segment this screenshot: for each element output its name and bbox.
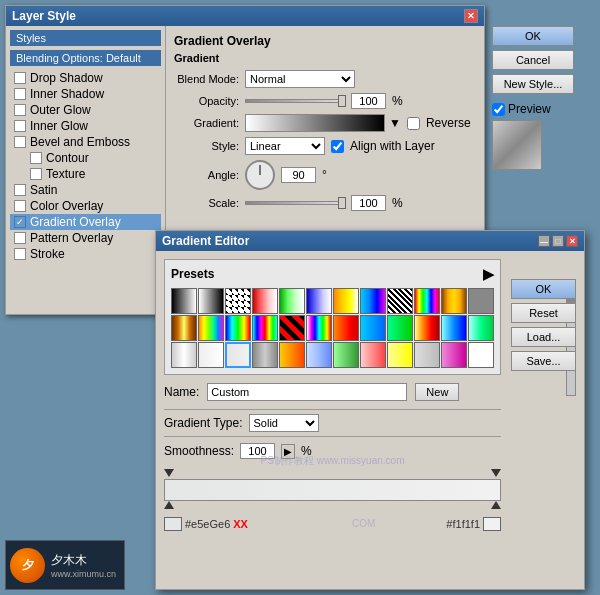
angle-dial[interactable] (245, 160, 275, 190)
gradient-preview[interactable] (245, 114, 385, 132)
preset-multi2[interactable] (198, 315, 224, 341)
sidebar-item-texture[interactable]: Texture (10, 166, 161, 182)
preset-silver[interactable] (171, 342, 197, 368)
reverse-checkbox[interactable] (407, 117, 420, 130)
preset-orange-yellow[interactable] (333, 288, 359, 314)
ls-new-style-button[interactable]: New Style... (492, 74, 574, 94)
preset-light-gray[interactable] (414, 342, 440, 368)
new-button[interactable]: New (415, 383, 459, 401)
preset-cyan-blue[interactable] (360, 315, 386, 341)
preset-blue-white[interactable] (306, 288, 332, 314)
sidebar-item-gradient-overlay[interactable]: ✓ Gradient Overlay (10, 214, 161, 230)
inner-shadow-checkbox[interactable] (14, 88, 26, 100)
opacity-stop-left[interactable] (164, 469, 174, 477)
preset-spectrum[interactable] (252, 315, 278, 341)
preset-green-dark[interactable] (387, 315, 413, 341)
ls-cancel-button[interactable]: Cancel (492, 50, 574, 70)
sidebar-item-outer-glow[interactable]: Outer Glow (10, 102, 161, 118)
inner-glow-checkbox[interactable] (14, 120, 26, 132)
preset-cyan-blue-magenta[interactable] (360, 288, 386, 314)
sidebar-item-satin[interactable]: Satin (10, 182, 161, 198)
preset-green-white[interactable] (279, 288, 305, 314)
preset-sky-blue[interactable] (441, 315, 467, 341)
gradient-dropdown-arrow[interactable]: ▼ (389, 116, 401, 130)
preset-light-dark-green[interactable] (333, 342, 359, 368)
scale-thumb[interactable] (338, 197, 346, 209)
gradient-overlay-checkbox[interactable]: ✓ (14, 216, 26, 228)
presets-area: Presets ▶ (164, 259, 501, 531)
presets-options-arrow[interactable]: ▶ (483, 266, 494, 282)
preset-purple[interactable] (441, 342, 467, 368)
color-overlay-checkbox[interactable] (14, 200, 26, 212)
preset-wb[interactable] (198, 288, 224, 314)
preset-light-yellow[interactable] (387, 342, 413, 368)
color-stop-left[interactable] (164, 501, 174, 509)
preset-rainbow2[interactable] (225, 315, 251, 341)
sidebar-item-contour[interactable]: Contour (10, 150, 161, 166)
right-color-swatch[interactable] (483, 517, 501, 531)
preset-red-white[interactable] (252, 288, 278, 314)
preset-gray-silver[interactable] (252, 342, 278, 368)
angle-input[interactable] (281, 167, 316, 183)
blend-mode-select[interactable]: Normal (245, 70, 355, 88)
opacity-slider[interactable] (245, 99, 345, 103)
preset-white-spectrum[interactable] (306, 315, 332, 341)
preset-rainbow[interactable] (414, 288, 440, 314)
opacity-stop-right[interactable] (491, 469, 501, 477)
opacity-thumb[interactable] (338, 95, 346, 107)
satin-checkbox[interactable] (14, 184, 26, 196)
opacity-input[interactable] (351, 93, 386, 109)
gradient-type-select[interactable]: Solid (249, 414, 319, 432)
ge-save-button[interactable]: Save... (511, 351, 576, 371)
preset-light-red[interactable] (360, 342, 386, 368)
left-color-swatch[interactable] (164, 517, 182, 531)
ge-minimize-btn[interactable]: — (538, 235, 550, 247)
preset-yellow-red[interactable] (414, 315, 440, 341)
preset-custom-selected[interactable] (225, 342, 251, 368)
preset-yellow-orange[interactable] (279, 342, 305, 368)
preset-light-green[interactable] (468, 315, 494, 341)
stroke-checkbox[interactable] (14, 248, 26, 260)
preset-gray[interactable] (468, 288, 494, 314)
gradient-bar[interactable]: PS制作教程 www.missyuan.com (164, 479, 501, 501)
sidebar-item-pattern-overlay[interactable]: Pattern Overlay (10, 230, 161, 246)
outer-glow-checkbox[interactable] (14, 104, 26, 116)
preset-white-white[interactable] (198, 342, 224, 368)
ge-maximize-btn[interactable]: □ (552, 235, 564, 247)
preset-bronze[interactable] (171, 315, 197, 341)
sidebar-item-bevel-emboss[interactable]: Bevel and Emboss (10, 134, 161, 150)
opacity-unit: % (392, 94, 403, 108)
name-input[interactable] (207, 383, 407, 401)
sidebar-item-stroke[interactable]: Stroke (10, 246, 161, 262)
preset-light-blue[interactable] (306, 342, 332, 368)
sidebar-item-drop-shadow[interactable]: Drop Shadow (10, 70, 161, 86)
drop-shadow-checkbox[interactable] (14, 72, 26, 84)
style-select[interactable]: Linear (245, 137, 325, 155)
scale-slider[interactable] (245, 201, 345, 205)
preset-checker[interactable] (225, 288, 251, 314)
ge-ok-button[interactable]: OK (511, 279, 576, 299)
pattern-overlay-checkbox[interactable] (14, 232, 26, 244)
ge-reset-button[interactable]: Reset (511, 303, 576, 323)
preset-black-red-stripe[interactable] (279, 315, 305, 341)
ge-close-btn[interactable]: ✕ (566, 235, 578, 247)
sidebar-item-color-overlay[interactable]: Color Overlay (10, 198, 161, 214)
preset-bw[interactable] (171, 288, 197, 314)
preset-white[interactable] (468, 342, 494, 368)
color-stop-right[interactable] (491, 501, 501, 509)
close-button[interactable]: ✕ (464, 9, 478, 23)
preset-stripes[interactable] (387, 288, 413, 314)
contour-checkbox[interactable] (30, 152, 42, 164)
preset-gold[interactable] (441, 288, 467, 314)
angle-indicator (260, 165, 261, 175)
scale-input[interactable] (351, 195, 386, 211)
ls-ok-button[interactable]: OK (492, 26, 574, 46)
sidebar-item-inner-shadow[interactable]: Inner Shadow (10, 86, 161, 102)
ge-load-button[interactable]: Load... (511, 327, 576, 347)
preview-checkbox[interactable] (492, 103, 505, 116)
bevel-emboss-checkbox[interactable] (14, 136, 26, 148)
preset-orange-red[interactable] (333, 315, 359, 341)
sidebar-item-inner-glow[interactable]: Inner Glow (10, 118, 161, 134)
texture-checkbox[interactable] (30, 168, 42, 180)
align-layer-checkbox[interactable] (331, 140, 344, 153)
